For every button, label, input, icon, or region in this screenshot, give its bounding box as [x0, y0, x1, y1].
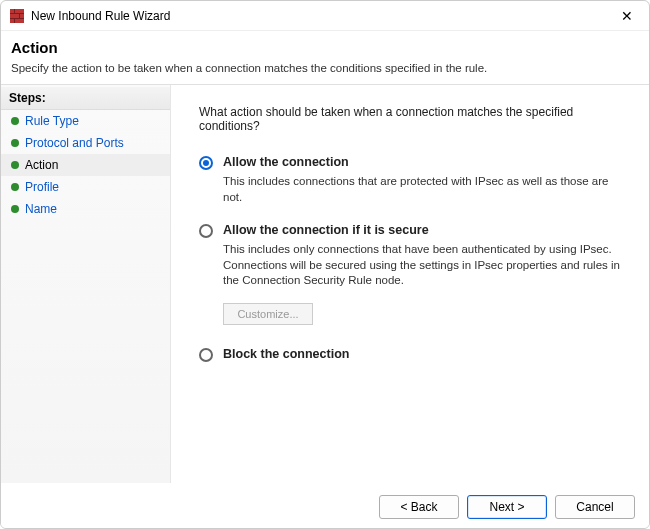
option-label-allow-secure[interactable]: Allow the connection if it is secure: [223, 223, 429, 237]
page-subtitle: Specify the action to be taken when a co…: [11, 62, 639, 74]
next-button[interactable]: Next >: [467, 495, 547, 519]
option-block: Block the connection: [199, 347, 621, 362]
sidebar-step-protocol-and-ports[interactable]: Protocol and Ports: [1, 132, 170, 154]
customize-button: Customize...: [223, 303, 313, 325]
step-bullet-icon: [11, 117, 19, 125]
svg-rect-3: [14, 9, 15, 13]
steps-sidebar: Steps: Rule TypeProtocol and PortsAction…: [1, 85, 171, 483]
step-label: Action: [25, 158, 58, 172]
svg-rect-4: [19, 14, 20, 18]
option-allow: Allow the connection: [199, 155, 621, 170]
option-desc-allow: This includes connections that are prote…: [223, 174, 621, 205]
svg-rect-0: [10, 9, 24, 23]
back-button[interactable]: < Back: [379, 495, 459, 519]
step-bullet-icon: [11, 205, 19, 213]
option-desc-allow-secure: This includes only connections that have…: [223, 242, 621, 289]
radio-block[interactable]: [199, 348, 213, 362]
step-label: Protocol and Ports: [25, 136, 124, 150]
svg-rect-2: [10, 18, 24, 19]
step-label: Profile: [25, 180, 59, 194]
wizard-header: Action Specify the action to be taken wh…: [1, 31, 649, 84]
option-allow-secure: Allow the connection if it is secure: [199, 223, 621, 238]
sidebar-step-name[interactable]: Name: [1, 198, 170, 220]
step-bullet-icon: [11, 161, 19, 169]
option-label-allow[interactable]: Allow the connection: [223, 155, 349, 169]
cancel-button[interactable]: Cancel: [555, 495, 635, 519]
step-label: Name: [25, 202, 57, 216]
titlebar: New Inbound Rule Wizard ✕: [1, 1, 649, 31]
wizard-footer: < Back Next > Cancel: [1, 486, 649, 528]
radio-allow-secure[interactable]: [199, 224, 213, 238]
action-prompt: What action should be taken when a conne…: [199, 105, 621, 133]
steps-label: Steps:: [1, 87, 170, 110]
sidebar-step-action[interactable]: Action: [1, 154, 170, 176]
svg-rect-5: [14, 19, 15, 23]
firewall-icon: [9, 8, 25, 24]
sidebar-step-profile[interactable]: Profile: [1, 176, 170, 198]
step-bullet-icon: [11, 183, 19, 191]
window-title: New Inbound Rule Wizard: [31, 9, 613, 23]
page-title: Action: [11, 39, 639, 56]
radio-allow[interactable]: [199, 156, 213, 170]
svg-rect-1: [10, 13, 24, 14]
step-bullet-icon: [11, 139, 19, 147]
step-label: Rule Type: [25, 114, 79, 128]
sidebar-step-rule-type[interactable]: Rule Type: [1, 110, 170, 132]
close-icon[interactable]: ✕: [613, 8, 641, 24]
option-label-block[interactable]: Block the connection: [223, 347, 349, 361]
wizard-main: What action should be taken when a conne…: [171, 85, 649, 483]
